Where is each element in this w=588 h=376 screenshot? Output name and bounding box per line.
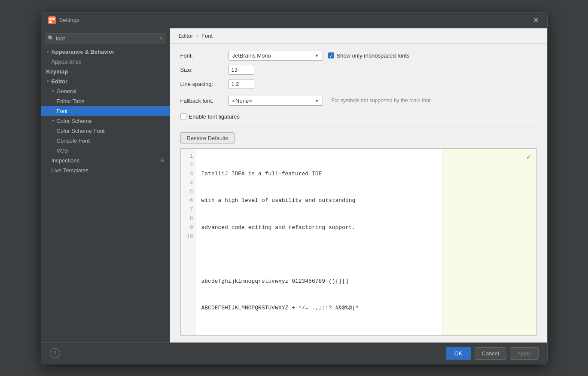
svg-rect-2	[52, 18, 55, 20]
line-numbers: 1 2 3 4 5 6 7 8 9 10	[181, 149, 196, 335]
search-box: 🔍 ✕	[45, 34, 166, 43]
font-row: Font: JetBrains Mono ▼ ✓ Show only monos…	[180, 51, 537, 61]
sidebar-item-label: Appearance	[52, 58, 82, 65]
search-icon: 🔍	[48, 35, 54, 41]
triangle-icon	[52, 89, 55, 93]
sidebar-item-label: Live Templates	[52, 167, 88, 174]
code-line: abcdefghijklmnopqrstuvwxyz 0123456789 ()…	[201, 277, 437, 286]
apply-button[interactable]: Apply	[510, 347, 539, 360]
ligatures-row: Enable font ligatures	[180, 113, 537, 120]
breadcrumb: Editor › Font	[170, 28, 547, 44]
main-panel: Editor › Font Font: JetBrains Mono ▼ ✓ S…	[170, 28, 547, 342]
footer-buttons: OK Cancel Apply	[446, 347, 539, 360]
sidebar-item-label: Color Scheme	[56, 118, 91, 124]
code-line: with a high level of usability and outst…	[201, 196, 437, 205]
line-number: 7	[183, 205, 193, 214]
triangle-icon	[52, 119, 55, 123]
dialog-title: Settings	[59, 17, 528, 23]
line-number: 6	[183, 196, 193, 205]
footer: ? OK Cancel Apply	[41, 342, 547, 364]
fallback-font-row: Fallback font: <None> ▼ For symbols not …	[180, 96, 537, 106]
breadcrumb-font: Font	[201, 33, 213, 39]
fallback-font-dropdown[interactable]: <None> ▼	[228, 96, 323, 106]
monospaced-checkbox[interactable]: ✓	[328, 52, 334, 58]
fallback-hint: For symbols not supported by the main fo…	[332, 98, 431, 104]
preview-checkmark: ✓	[527, 152, 531, 162]
line-number: 1	[183, 152, 193, 161]
settings-dialog: Settings ✕ 🔍 ✕ Appearance & Behavior App…	[41, 12, 548, 364]
sidebar-item-label: Appearance & Behavior	[51, 49, 114, 55]
font-dropdown[interactable]: JetBrains Mono ▼	[228, 51, 323, 61]
ok-button[interactable]: OK	[446, 347, 471, 360]
preview-area: 1 2 3 4 5 6 7 8 9 10 IntelliJ IDEA is a …	[180, 148, 537, 336]
triangle-icon	[46, 79, 50, 83]
line-number: 2	[183, 161, 193, 170]
sidebar-item-label: General	[56, 88, 76, 95]
line-number: 4	[183, 179, 193, 188]
svg-rect-3	[49, 21, 52, 23]
restore-defaults-button[interactable]: Restore Defaults	[180, 132, 235, 144]
dropdown-arrow-icon: ▼	[315, 53, 319, 58]
divider	[180, 126, 537, 126]
monospaced-checkbox-row: ✓ Show only monospaced fonts	[328, 52, 410, 59]
sidebar-item-keymap[interactable]: Keymap	[41, 67, 170, 76]
sidebar-item-general[interactable]: General	[41, 86, 170, 96]
breadcrumb-separator: ›	[196, 33, 198, 39]
font-label: Font:	[180, 52, 223, 59]
sidebar-item-label: Inspections	[52, 157, 80, 164]
sidebar-item-editor[interactable]: Editor	[41, 76, 170, 86]
sidebar-item-label: Color Scheme Font	[57, 128, 105, 134]
content-area: 🔍 ✕ Appearance & Behavior Appearance Key…	[41, 28, 547, 342]
sidebar-item-label: VCS	[57, 147, 68, 154]
svg-rect-0	[48, 16, 56, 24]
dropdown-arrow-icon: ▼	[315, 98, 319, 103]
cancel-button[interactable]: Cancel	[475, 347, 506, 360]
sidebar-item-editor-tabs[interactable]: Editor Tabs	[41, 96, 170, 106]
svg-rect-4	[52, 21, 55, 23]
breadcrumb-editor: Editor	[179, 33, 193, 39]
line-spacing-label: Line spacing:	[180, 81, 223, 87]
sidebar-item-live-templates[interactable]: Live Templates	[41, 165, 170, 175]
code-line	[201, 250, 437, 259]
monospaced-label: Show only monospaced fonts	[337, 52, 410, 59]
close-button[interactable]: ✕	[532, 16, 540, 24]
sidebar-item-label: Editor	[51, 78, 67, 85]
search-clear-button[interactable]: ✕	[159, 36, 163, 41]
sidebar-item-vcs[interactable]: VCS	[41, 146, 170, 156]
sidebar-item-label: Editor Tabs	[57, 98, 85, 104]
triangle-icon	[46, 50, 50, 54]
sidebar-item-font[interactable]: Font	[41, 106, 170, 116]
preview-code: IntelliJ IDEA is a full-featured IDE wit…	[196, 149, 442, 335]
sidebar-item-appearance[interactable]: Appearance	[41, 57, 170, 67]
line-number: 5	[183, 188, 193, 197]
sidebar-item-appearance-behavior[interactable]: Appearance & Behavior	[41, 47, 170, 57]
line-number: 8	[183, 214, 193, 223]
svg-rect-1	[49, 18, 52, 20]
ligatures-label: Enable font ligatures	[189, 113, 240, 120]
fallback-font-label: Fallback font:	[180, 98, 223, 104]
sidebar-item-inspections[interactable]: Inspections ⊞	[41, 156, 170, 165]
line-spacing-input[interactable]	[228, 79, 254, 89]
line-number: 9	[183, 223, 193, 232]
font-dropdown-value: JetBrains Mono	[232, 52, 271, 59]
ligatures-checkbox[interactable]	[180, 113, 186, 119]
sidebar-item-console-font[interactable]: Console Font	[41, 136, 170, 146]
sidebar-item-label: Font	[57, 108, 68, 114]
title-bar: Settings ✕	[41, 12, 547, 28]
sidebar-item-color-scheme[interactable]: Color Scheme	[41, 116, 170, 126]
code-line: advanced code editing and refactoring su…	[201, 223, 437, 232]
preview-right-panel	[442, 149, 536, 335]
search-input[interactable]	[56, 35, 158, 42]
code-line: IntelliJ IDEA is a full-featured IDE	[201, 170, 437, 179]
size-input[interactable]	[228, 65, 254, 75]
sidebar-item-color-scheme-font[interactable]: Color Scheme Font	[41, 126, 170, 136]
app-icon	[48, 16, 56, 24]
sidebar-item-label: Keymap	[46, 68, 68, 75]
inspections-icon: ⊞	[160, 157, 165, 163]
help-button[interactable]: ?	[50, 348, 60, 358]
line-number: 3	[183, 170, 193, 179]
sidebar-item-label: Console Font	[57, 138, 90, 144]
sidebar: 🔍 ✕ Appearance & Behavior Appearance Key…	[41, 28, 170, 342]
size-label: Size:	[180, 67, 223, 73]
code-line	[201, 330, 437, 335]
